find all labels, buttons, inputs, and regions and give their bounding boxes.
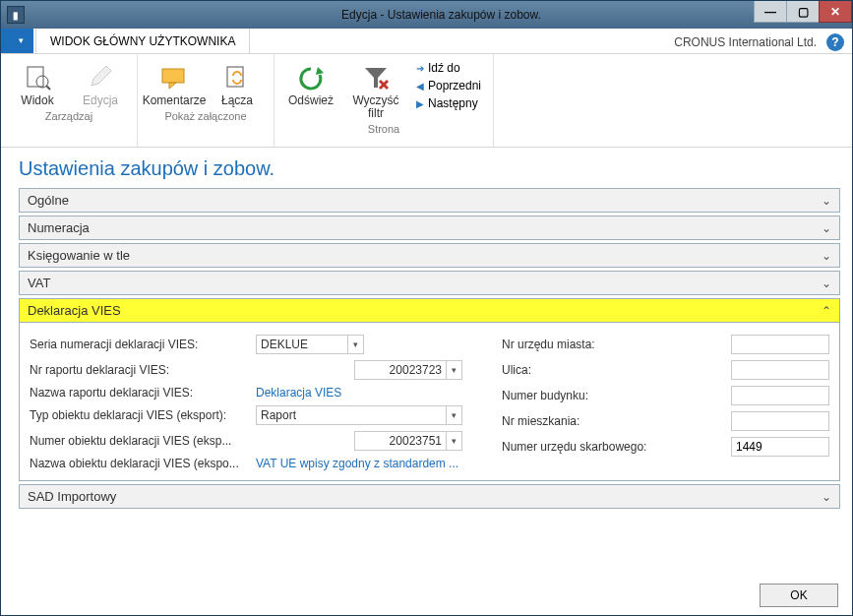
label-house-no: Numer budynku: — [502, 389, 689, 402]
label-vies-series: Seria numeracji deklaracji VIES: — [30, 338, 250, 351]
fasttab-vies-body: Seria numeracji deklaracji VIES: DEKLUE▾… — [19, 323, 840, 481]
label-vies-report-no: Nr raportu deklaracji VIES: — [30, 363, 250, 377]
input-vies-object-no[interactable]: 20023751▾ — [354, 431, 462, 451]
next-button[interactable]: ▶ Następny — [412, 95, 485, 111]
input-vies-report-no[interactable]: 20023723▾ — [354, 360, 462, 380]
ribbon-group-manage: Widok Edycja Zarządzaj — [1, 54, 138, 147]
edit-icon — [86, 63, 115, 92]
chevron-down-icon: ⌄ — [822, 277, 831, 290]
svg-line-2 — [46, 86, 50, 90]
input-street[interactable] — [731, 360, 829, 380]
vies-left-column: Seria numeracji deklaracji VIES: DEKLUE▾… — [30, 335, 462, 470]
fasttab-general[interactable]: Ogólne ⌄ — [19, 188, 840, 213]
ribbon-group-attachments: Komentarze Łącza Pokaż załączone — [138, 54, 274, 147]
chevron-up-icon: ⌃ — [822, 304, 831, 318]
view-icon — [23, 63, 52, 92]
fasttab-background-posting[interactable]: Księgowanie w tle ⌄ — [19, 243, 840, 268]
goto-icon: ➔ — [416, 63, 424, 74]
links-icon — [222, 63, 252, 92]
titlebar: ▮ Edycja - Ustawienia zakupów i zobow. —… — [1, 1, 852, 29]
comments-button[interactable]: Komentarze — [146, 58, 203, 108]
file-tab-caret: ▾ — [19, 35, 24, 45]
chevron-down-icon: ⌄ — [822, 249, 831, 263]
fasttab-numbering[interactable]: Numeracja ⌄ — [19, 216, 840, 240]
dropdown-icon[interactable]: ▾ — [347, 336, 363, 353]
input-vies-series[interactable]: DEKLUE▾ — [256, 335, 364, 354]
label-vies-object-type: Typ obiektu deklaracji VIES (eksport): — [30, 408, 250, 422]
page-title: Ustawienia zakupów i zobow. — [19, 157, 840, 188]
select-vies-object-type[interactable]: Raport▾ — [256, 405, 462, 425]
maximize-button[interactable]: ▢ — [786, 1, 820, 23]
link-vies-object-name[interactable]: VAT UE wpisy zgodny z standardem ... — [256, 457, 458, 470]
fasttab-vat[interactable]: VAT ⌄ — [19, 271, 840, 295]
view-button[interactable]: Widok — [9, 58, 66, 108]
ribbon: Widok Edycja Zarządzaj Komentarze — [1, 54, 852, 148]
label-tax-office-no: Numer urzędu skarbowego: — [502, 440, 689, 454]
chevron-down-icon: ⌄ — [822, 194, 831, 208]
prev-icon: ◀ — [416, 81, 424, 92]
refresh-button[interactable]: Odśwież — [282, 58, 339, 121]
vies-right-column: Nr urzędu miasta: Ulica: Numer budynku: … — [502, 335, 829, 470]
app-icon: ▮ — [7, 6, 25, 24]
label-city-office-no: Nr urzędu miasta: — [502, 338, 689, 351]
refresh-icon — [296, 63, 326, 92]
label-vies-object-no: Numer obiektu deklaracji VIES (eksp... — [30, 434, 250, 448]
app-window: ▮ Edycja - Ustawienia zakupów i zobow. —… — [0, 0, 853, 616]
edit-button: Edycja — [72, 58, 129, 108]
tab-main-view-label: WIDOK GŁÓWNY UŻYTKOWNIKA — [50, 34, 235, 48]
system-buttons: — ▢ ✕ — [755, 1, 852, 29]
svg-marker-4 — [169, 83, 176, 89]
input-tax-office-no[interactable] — [731, 437, 829, 457]
fasttab-sad-import[interactable]: SAD Importowy ⌄ — [19, 484, 840, 509]
clear-filter-icon — [361, 63, 391, 92]
page-body: Ustawienia zakupów i zobow. Ogólne ⌄ Num… — [1, 148, 852, 576]
input-house-no[interactable] — [731, 386, 829, 405]
label-street: Ulica: — [502, 363, 689, 377]
prev-button[interactable]: ◀ Poprzedni — [412, 78, 485, 93]
label-vies-report-name: Nazwa raportu deklaracji VIES: — [30, 386, 250, 400]
fasttab-vies[interactable]: Deklaracja VIES ⌃ — [19, 298, 840, 323]
ok-button[interactable]: OK — [760, 584, 838, 607]
ribbon-group-page: Odśwież Wyczyść filtr ➔ Idź do ◀ Poprz — [274, 54, 494, 147]
chevron-down-icon: ⌄ — [822, 221, 831, 235]
svg-rect-3 — [162, 69, 184, 83]
dropdown-icon[interactable]: ▾ — [446, 406, 461, 424]
close-button[interactable]: ✕ — [819, 1, 852, 23]
links-button[interactable]: Łącza — [209, 58, 266, 108]
label-flat-no: Nr mieszkania: — [502, 414, 689, 428]
link-vies-report-name[interactable]: Deklaracja VIES — [256, 386, 341, 400]
input-city-office-no[interactable] — [731, 335, 829, 354]
goto-button[interactable]: ➔ Idź do — [412, 60, 485, 76]
input-flat-no[interactable] — [731, 411, 829, 431]
footer: OK — [1, 576, 852, 615]
ribbon-tabstrip: ▾ WIDOK GŁÓWNY UŻYTKOWNIKA CRONUS Intern… — [1, 29, 852, 54]
clear-filter-button[interactable]: Wyczyść filtr — [345, 58, 406, 121]
svg-marker-6 — [316, 67, 324, 75]
tab-main-view[interactable]: WIDOK GŁÓWNY UŻYTKOWNIKA — [35, 28, 250, 53]
company-name: CRONUS International Ltd. — [668, 31, 823, 53]
minimize-button[interactable]: — — [754, 1, 787, 23]
dropdown-icon[interactable]: ▾ — [446, 361, 461, 379]
next-icon: ▶ — [416, 98, 424, 109]
window-title: Edycja - Ustawienia zakupów i zobow. — [30, 8, 852, 22]
label-vies-object-name: Nazwa obiektu deklaracji VIES (ekspo... — [30, 457, 250, 470]
comments-icon — [159, 63, 189, 92]
file-tab[interactable]: ▾ — [1, 28, 33, 53]
chevron-down-icon: ⌄ — [822, 490, 831, 504]
help-icon[interactable]: ? — [826, 33, 844, 51]
dropdown-icon[interactable]: ▾ — [446, 432, 461, 450]
svg-rect-0 — [28, 67, 43, 87]
